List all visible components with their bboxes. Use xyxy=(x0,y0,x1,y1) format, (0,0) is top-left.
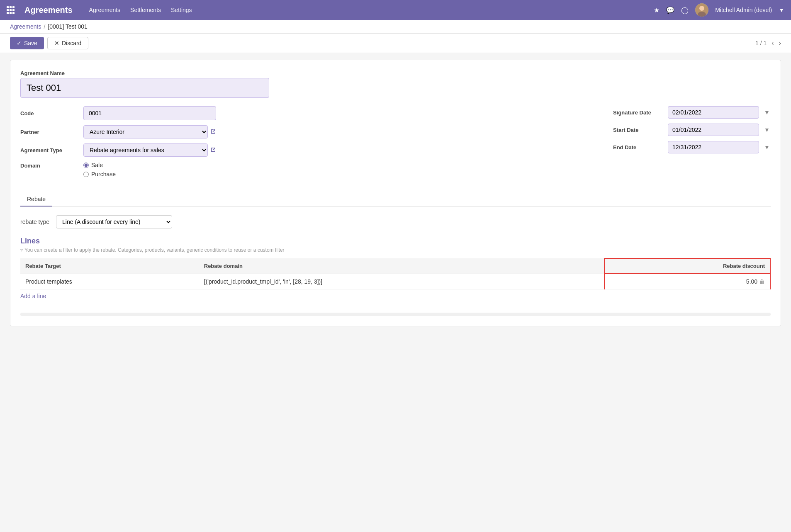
start-date-input[interactable] xyxy=(668,124,759,136)
toolbar-actions: ✓ Save ✕ Discard xyxy=(10,37,88,49)
form-card: Agreement Name Code Partner xyxy=(10,60,781,326)
tab-rebate[interactable]: Rebate xyxy=(20,192,52,206)
user-dropdown-icon[interactable]: ▼ xyxy=(779,7,784,13)
save-button[interactable]: ✓ Save xyxy=(10,37,44,49)
table-row: Product templates [('product_id.product_… xyxy=(20,274,770,289)
end-date-label: End Date xyxy=(613,144,663,151)
breadcrumb-current: [0001] Test 001 xyxy=(48,23,87,30)
end-date-input[interactable] xyxy=(668,141,759,153)
signature-date-dropdown-icon[interactable]: ▼ xyxy=(764,109,770,116)
rebate-type-row: rebate type Line (A discount for every l… xyxy=(20,215,771,228)
breadcrumb-parent[interactable]: Agreements xyxy=(10,23,41,30)
rebate-type-select[interactable]: Line (A discount for every line) xyxy=(56,215,172,228)
nav-settlements[interactable]: Settlements xyxy=(130,7,161,13)
bug-icon[interactable]: ★ xyxy=(654,6,660,14)
domain-radio-group: Sale Purchase xyxy=(83,162,116,177)
start-date-row: Start Date ▼ xyxy=(613,124,771,136)
nav-right: ★ 💬 ◯ Mitchell Admin (devel) ▼ xyxy=(654,3,784,17)
agreement-type-row: Agreement Type Rebate agreements for sal… xyxy=(20,143,600,157)
checkmark-icon: ✓ xyxy=(17,40,22,46)
code-input-wrapper xyxy=(83,106,216,120)
domain-sale-radio[interactable] xyxy=(83,163,89,168)
start-date-dropdown-icon[interactable]: ▼ xyxy=(764,126,770,133)
agreement-name-label: Agreement Name xyxy=(20,70,771,76)
breadcrumb-separator: / xyxy=(44,23,45,30)
discard-button[interactable]: ✕ Discard xyxy=(47,37,88,49)
top-navigation: Agreements Agreements Settlements Settin… xyxy=(0,0,791,20)
partner-external-link-icon[interactable] xyxy=(210,129,216,136)
col-rebate-domain: Rebate domain xyxy=(199,258,604,274)
start-date-label: Start Date xyxy=(613,127,663,133)
agreement-name-input[interactable] xyxy=(20,78,269,98)
app-title: Agreements xyxy=(24,5,73,15)
code-input[interactable] xyxy=(83,106,216,120)
cell-rebate-target: Product templates xyxy=(20,274,199,289)
rebate-section: rebate type Line (A discount for every l… xyxy=(20,215,771,299)
end-date-row: End Date ▼ xyxy=(613,141,771,153)
signature-date-row: Signature Date ▼ xyxy=(613,106,771,119)
cell-rebate-domain: [('product_id.product_tmpl_id', 'in', [2… xyxy=(199,274,604,289)
domain-sale-label: Sale xyxy=(91,162,103,168)
user-name[interactable]: Mitchell Admin (devel) xyxy=(715,7,772,13)
pagination-text: 1 / 1 xyxy=(755,40,767,46)
next-record-button[interactable]: › xyxy=(779,39,781,47)
toolbar: ✓ Save ✕ Discard 1 / 1 ‹ › xyxy=(0,34,791,53)
partner-select[interactable]: Azure Interior xyxy=(83,125,208,138)
domain-purchase-option[interactable]: Purchase xyxy=(83,171,116,177)
clock-icon[interactable]: ◯ xyxy=(681,6,689,14)
signature-date-input[interactable] xyxy=(668,106,759,119)
agreement-type-external-link-icon[interactable] xyxy=(210,147,216,154)
prev-record-button[interactable]: ‹ xyxy=(772,39,774,47)
nav-settings[interactable]: Settings xyxy=(171,7,192,13)
avatar xyxy=(695,3,708,17)
domain-purchase-label: Purchase xyxy=(91,171,116,177)
end-date-dropdown-icon[interactable]: ▼ xyxy=(764,144,770,151)
partner-row: Partner Azure Interior xyxy=(20,125,600,138)
horizontal-scrollbar[interactable] xyxy=(20,313,771,316)
partner-input-wrapper: Azure Interior xyxy=(83,125,216,138)
svg-point-1 xyxy=(699,6,704,11)
nav-agreements[interactable]: Agreements xyxy=(89,7,120,13)
rebate-type-label: rebate type xyxy=(20,219,49,225)
lines-title: Lines xyxy=(20,237,771,245)
nav-links: Agreements Settlements Settings xyxy=(89,7,644,13)
breadcrumb: Agreements / [0001] Test 001 xyxy=(0,20,791,34)
agreement-name-field: Agreement Name xyxy=(20,70,771,98)
lines-hint: ▿ You can create a filter to apply the r… xyxy=(20,247,771,253)
agreement-type-select[interactable]: Rebate agreements for sales xyxy=(83,143,208,157)
add-line-button[interactable]: Add a line xyxy=(20,293,46,299)
domain-row: Domain Sale Purchase xyxy=(20,162,600,177)
form-fields: Code Partner Azure Interior xyxy=(20,106,771,182)
code-label: Code xyxy=(20,110,78,117)
col-rebate-discount: Rebate discount xyxy=(604,258,770,274)
domain-purchase-radio[interactable] xyxy=(83,172,89,177)
partner-label: Partner xyxy=(20,129,78,135)
right-column: Signature Date ▼ Start Date ▼ End Date ▼ xyxy=(613,106,771,182)
main-content: Agreement Name Code Partner xyxy=(0,53,791,333)
tabs-bar: Rebate xyxy=(20,192,771,207)
chat-icon[interactable]: 💬 xyxy=(666,6,674,14)
lines-table-body: Product templates [('product_id.product_… xyxy=(20,274,770,289)
x-icon: ✕ xyxy=(54,40,59,46)
code-row: Code xyxy=(20,106,600,120)
signature-date-label: Signature Date xyxy=(613,109,663,116)
lines-table: Rebate Target Rebate domain Rebate disco… xyxy=(20,258,771,289)
delete-row-icon[interactable]: 🗑 xyxy=(759,278,765,285)
filter-icon: ▿ xyxy=(20,247,23,253)
domain-label: Domain xyxy=(20,162,78,169)
pagination: 1 / 1 ‹ › xyxy=(755,39,781,47)
agreement-type-label: Agreement Type xyxy=(20,147,78,153)
col-rebate-target: Rebate Target xyxy=(20,258,199,274)
app-grid-icon[interactable] xyxy=(7,6,15,14)
left-column: Code Partner Azure Interior xyxy=(20,106,600,182)
cell-rebate-discount: 5.00 🗑 xyxy=(604,274,770,289)
lines-hint-text: You can create a filter to apply the reb… xyxy=(24,247,285,253)
lines-table-header: Rebate Target Rebate domain Rebate disco… xyxy=(20,258,770,274)
lines-section: Lines ▿ You can create a filter to apply… xyxy=(20,237,771,299)
domain-sale-option[interactable]: Sale xyxy=(83,162,116,168)
agreement-type-input-wrapper: Rebate agreements for sales xyxy=(83,143,216,157)
